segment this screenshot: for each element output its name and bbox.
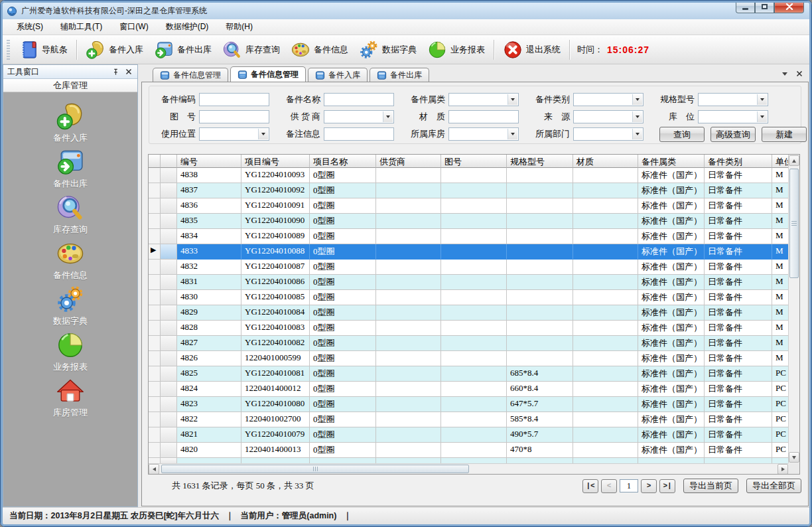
chevron-down-icon[interactable] bbox=[508, 94, 517, 105]
sidebar-item-parts-info[interactable]: 备件信息 bbox=[3, 239, 137, 285]
column-header-supplier[interactable]: 供货商 bbox=[376, 155, 441, 168]
location-combobox[interactable] bbox=[698, 110, 768, 123]
table-row[interactable]: 4823YG122040100800型圈647*5.7标准件（国产）日常备件PC bbox=[149, 397, 789, 412]
toolbar-stock-query-button[interactable]: 库存查询 bbox=[217, 37, 285, 62]
sidebar-item-stock-query[interactable]: 库存查询 bbox=[3, 193, 137, 239]
table-row[interactable]: 4825YG122040100810型圈685*8.4标准件（国产）日常备件PC bbox=[149, 366, 789, 382]
table-row[interactable]: 482612204010005990型圈标准件（国产）日常备件M bbox=[149, 351, 789, 366]
maximize-button[interactable] bbox=[755, 1, 774, 13]
column-header-drawing-no[interactable]: 图号 bbox=[441, 155, 507, 168]
minimize-button[interactable] bbox=[736, 1, 755, 13]
new-button[interactable]: 新建 bbox=[762, 127, 807, 142]
tab-list-chevron-down-icon[interactable] bbox=[780, 69, 789, 78]
column-header-part-class[interactable]: 备件类别 bbox=[705, 155, 772, 168]
tab-parts-out[interactable]: 备件出库 bbox=[370, 68, 429, 82]
column-header-part-attr[interactable]: 备件属类 bbox=[638, 155, 705, 168]
table-row[interactable]: 4829YG122040100840型圈标准件（国产）日常备件M bbox=[149, 305, 789, 321]
table-row[interactable]: 482012204014000130型圈470*8标准件（国产）日常备件PC bbox=[149, 443, 789, 458]
menu-item-tools[interactable]: 辅助工具(T) bbox=[52, 19, 111, 35]
material-input[interactable] bbox=[448, 110, 519, 123]
toolbar-navbar-button[interactable]: 导航条 bbox=[13, 37, 73, 62]
first-page-button[interactable]: |< bbox=[582, 479, 598, 493]
prev-page-button[interactable]: < bbox=[601, 479, 617, 493]
column-header-project-name[interactable]: 项目名称 bbox=[310, 155, 376, 168]
close-button[interactable] bbox=[774, 1, 804, 13]
table-row[interactable]: 4832YG122040100870型圈标准件（国产）日常备件M bbox=[149, 260, 789, 275]
vertical-scroll-thumb[interactable] bbox=[789, 169, 799, 278]
sidebar-item-warehouse[interactable]: 库房管理 bbox=[3, 376, 137, 422]
use-position-combobox[interactable] bbox=[199, 127, 269, 141]
part-name-input[interactable] bbox=[324, 93, 394, 106]
tab-parts-in[interactable]: 备件入库 bbox=[308, 68, 368, 82]
spec-model-combobox[interactable] bbox=[698, 93, 768, 106]
current-page-input[interactable]: 1 bbox=[620, 479, 638, 492]
toolbar-parts-info-button[interactable]: 备件信息 bbox=[285, 37, 354, 62]
table-row[interactable]: 4831YG122040100860型圈标准件（国产）日常备件M bbox=[149, 275, 789, 290]
column-header-id[interactable]: 编号 bbox=[177, 155, 241, 168]
tab-parts-info-mgmt-1[interactable]: 备件信息管理 bbox=[153, 68, 228, 82]
toolbar-exit-button[interactable]: 退出系统 bbox=[498, 37, 566, 62]
chevron-down-icon[interactable] bbox=[757, 94, 767, 105]
table-row[interactable]: 4838YG122040100930型圈标准件（国产）日常备件M bbox=[149, 168, 789, 183]
table-row[interactable]: 4834YG122040100890型圈标准件（国产）日常备件M bbox=[149, 229, 789, 244]
toolbar-parts-in-button[interactable]: 备件入库 bbox=[80, 37, 149, 62]
horizontal-scroll-thumb[interactable] bbox=[161, 465, 469, 473]
chevron-down-icon[interactable] bbox=[632, 94, 642, 105]
drawing-no-input[interactable] bbox=[199, 110, 269, 123]
pin-icon[interactable] bbox=[111, 67, 120, 76]
sidebar-item-data-dict[interactable]: 数据字典 bbox=[3, 285, 137, 331]
menu-item-data-maintenance[interactable]: 数据维护(D) bbox=[157, 19, 218, 35]
menu-item-help[interactable]: 帮助(H) bbox=[217, 19, 261, 35]
table-row[interactable]: 4830YG122040100850型圈标准件（国产）日常备件M bbox=[149, 290, 789, 305]
supplier-combobox[interactable] bbox=[324, 110, 394, 123]
remark-input[interactable] bbox=[324, 127, 394, 141]
vertical-scrollbar[interactable] bbox=[788, 155, 799, 463]
chevron-down-icon[interactable] bbox=[508, 129, 517, 139]
table-row[interactable]: 4827YG122040100820型圈标准件（国产）日常备件M bbox=[149, 336, 789, 351]
chevron-down-icon[interactable] bbox=[258, 129, 268, 139]
toolbar-parts-out-button[interactable]: 备件出库 bbox=[149, 37, 217, 62]
table-row[interactable]: 482412204014000120型圈660*8.4标准件（国产）日常备件PC bbox=[149, 382, 789, 397]
menu-item-system[interactable]: 系统(S) bbox=[8, 19, 52, 35]
toolbar-biz-report-button[interactable]: 业务报表 bbox=[422, 37, 490, 62]
chevron-down-icon[interactable] bbox=[632, 112, 642, 122]
part-class-combobox[interactable] bbox=[573, 93, 643, 106]
sidebar-item-parts-in[interactable]: 备件入库 bbox=[3, 102, 137, 147]
advanced-query-button[interactable]: 高级查询 bbox=[710, 127, 756, 142]
scroll-left-icon[interactable] bbox=[149, 464, 159, 475]
scroll-down-icon[interactable] bbox=[789, 452, 799, 463]
table-row[interactable]: ▶4833YG122040100880型圈标准件（国产）日常备件M bbox=[149, 244, 789, 260]
toolbar-grip-handle[interactable] bbox=[7, 40, 10, 60]
close-panel-icon[interactable] bbox=[124, 67, 133, 76]
column-header-project-no[interactable]: 项目编号 bbox=[241, 155, 310, 168]
table-row[interactable]: 482212204010027000型圈585*8.4标准件（国产）日常备件PC bbox=[149, 412, 789, 427]
column-header-spec-model[interactable]: 规格型号 bbox=[507, 155, 573, 168]
department-combobox[interactable] bbox=[573, 127, 643, 141]
tab-parts-info-mgmt-2[interactable]: 备件信息管理 bbox=[230, 66, 306, 82]
table-row[interactable]: 4821YG122040100790型圈490*5.7标准件（国产）日常备件PC bbox=[149, 427, 789, 443]
source-combobox[interactable] bbox=[573, 110, 643, 123]
scroll-right-icon[interactable] bbox=[778, 464, 788, 475]
export-all-pages-button[interactable]: 导出全部页 bbox=[746, 479, 801, 493]
column-header-material[interactable]: 材质 bbox=[573, 155, 638, 168]
table-row[interactable]: 4837YG122040100920型圈标准件（国产）日常备件M bbox=[149, 183, 789, 198]
column-header-unit[interactable]: 单位 bbox=[772, 155, 789, 168]
next-page-button[interactable]: > bbox=[641, 479, 657, 493]
chevron-down-icon[interactable] bbox=[632, 129, 642, 139]
menu-item-window[interactable]: 窗口(W) bbox=[111, 19, 157, 35]
part-code-input[interactable] bbox=[199, 93, 269, 106]
scroll-up-icon[interactable] bbox=[789, 155, 799, 166]
last-page-button[interactable]: >| bbox=[659, 479, 675, 493]
query-button[interactable]: 查询 bbox=[659, 127, 705, 142]
chevron-down-icon[interactable] bbox=[757, 112, 767, 122]
export-current-page-button[interactable]: 导出当前页 bbox=[683, 479, 738, 493]
horizontal-scrollbar[interactable] bbox=[149, 463, 788, 474]
sidebar-item-biz-report[interactable]: 业务报表 bbox=[3, 331, 137, 376]
chevron-down-icon[interactable] bbox=[383, 112, 393, 122]
part-attr-combobox[interactable] bbox=[448, 93, 519, 106]
sidebar-item-parts-out[interactable]: 备件出库 bbox=[3, 147, 137, 193]
table-row[interactable]: 4836YG122040100910型圈标准件（国产）日常备件M bbox=[149, 198, 789, 214]
warehouse-combobox[interactable] bbox=[448, 127, 519, 141]
table-row[interactable]: 4828YG122040100830型圈标准件（国产）日常备件M bbox=[149, 321, 789, 336]
toolbar-data-dict-button[interactable]: 数据字典 bbox=[354, 37, 422, 62]
